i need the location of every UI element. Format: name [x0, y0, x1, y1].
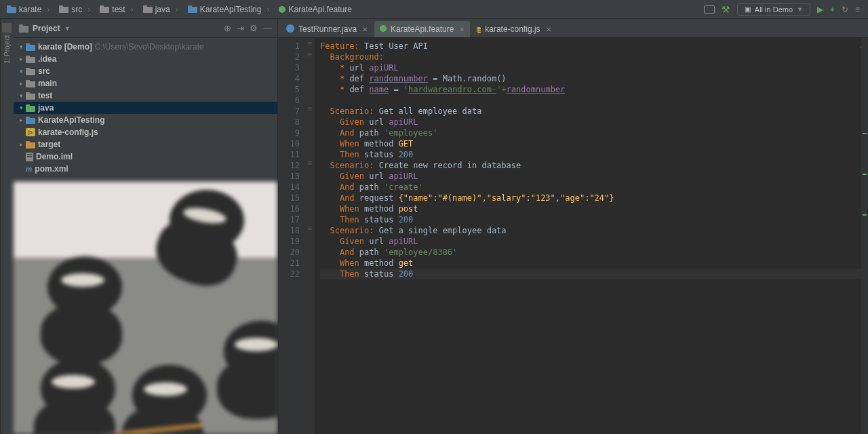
svg-rect-30 [27, 156, 32, 157]
feature-icon [380, 24, 387, 34]
tree-node[interactable]: ▸target [14, 138, 277, 151]
tree-node[interactable]: jskarate-config.js [14, 126, 277, 138]
settings-icon[interactable]: ⚙ [250, 23, 258, 33]
run-config-icon: ▣ [745, 5, 751, 13]
folder-blue-icon [188, 5, 197, 13]
folder-blue-icon [26, 117, 35, 124]
svg-rect-8 [188, 7, 197, 13]
build-window-icon[interactable] [704, 5, 715, 14]
tree-node[interactable]: ▾test [14, 90, 277, 102]
svg-rect-5 [100, 5, 104, 7]
folder-icon [26, 92, 35, 100]
js-icon: js [477, 24, 481, 35]
project-tool-label[interactable]: 1: Project [3, 35, 11, 64]
folder-blue-icon [7, 5, 16, 13]
folder-g-icon [26, 104, 35, 112]
svg-rect-17 [26, 68, 30, 70]
tree-node[interactable]: ▸.idea [14, 53, 277, 65]
svg-rect-2 [59, 7, 68, 13]
svg-rect-10 [19, 26, 28, 33]
svg-rect-1 [7, 5, 11, 7]
js-icon: js [26, 128, 35, 136]
breadcrumb-item[interactable]: KarateApi.feature [275, 3, 362, 16]
error-stripe[interactable] [861, 38, 868, 434]
breadcrumb-item[interactable]: KarateApiTesting [184, 3, 275, 16]
run-icon[interactable]: ▶ [817, 5, 823, 14]
tree-node[interactable]: ▸KarateApiTesting [14, 114, 277, 126]
tree-node[interactable]: ▾karate [Demo] C:\Users\Sevo\Desktop\kar… [14, 41, 277, 53]
folder-icon [143, 5, 153, 13]
tree-node[interactable]: ▾java [14, 102, 277, 114]
tree-arrow-icon[interactable]: ▾ [16, 43, 26, 50]
folder-icon [100, 5, 109, 13]
svg-rect-3 [59, 5, 63, 7]
editor-tab[interactable]: TestRunner.java✕ [281, 21, 373, 37]
svg-rect-19 [26, 80, 30, 82]
tree-arrow-icon[interactable]: ▸ [16, 117, 26, 123]
tree-node[interactable]: Demo.iml [14, 151, 277, 163]
tree-node[interactable]: ▾src [14, 65, 277, 77]
breadcrumb-item[interactable]: karate [3, 3, 55, 16]
close-tab-icon[interactable]: ✕ [459, 26, 465, 33]
svg-rect-29 [27, 154, 32, 155]
run-config-label: All in Demo [755, 5, 793, 14]
folder-o-icon [26, 141, 35, 149]
svg-rect-15 [26, 56, 30, 58]
svg-rect-14 [26, 57, 35, 63]
folder-icon [26, 80, 35, 87]
close-tab-icon[interactable]: ✕ [546, 26, 551, 33]
search-everywhere-icon[interactable]: ≡ [855, 5, 860, 14]
folder-blue-icon [26, 43, 35, 51]
folder-icon [59, 5, 68, 13]
project-panel: Project ▼ ⊕ ⇥ ⚙ — ▾karate [Demo] C:\User… [14, 19, 278, 434]
collapse-all-icon[interactable]: ⇥ [237, 23, 244, 33]
project-panel-title[interactable]: Project ▼ [19, 24, 218, 33]
close-tab-icon[interactable]: ✕ [362, 26, 368, 33]
svg-rect-7 [143, 5, 147, 7]
folder-icon [26, 56, 35, 63]
code-editor[interactable]: 12345678910111213141516171819202122 ⊟⊟⊟⊟… [278, 38, 868, 434]
project-tree[interactable]: ▾karate [Demo] C:\Users\Sevo\Desktop\kar… [14, 38, 277, 178]
line-number-gutter: 12345678910111213141516171819202122 [278, 38, 305, 434]
svg-rect-11 [19, 24, 23, 26]
breadcrumb-item[interactable]: java [139, 3, 184, 16]
file-icon [26, 153, 33, 161]
debug-icon[interactable]: ⌖ [830, 5, 835, 14]
run-with-coverage-icon[interactable]: ↻ [842, 5, 848, 14]
folder-icon [26, 68, 35, 75]
svg-rect-22 [26, 106, 35, 112]
editor-tab[interactable]: jskarate-config.js✕ [471, 21, 556, 37]
tree-arrow-icon[interactable]: ▾ [16, 104, 26, 111]
run-config-selector[interactable]: ▣ All in Demo ▼ [737, 3, 810, 16]
code-content[interactable]: Feature: Test User API Background: * url… [315, 38, 868, 434]
breadcrumb: karatesrctestjavaKarateApiTestingKarateA… [3, 3, 704, 16]
breadcrumb-item[interactable]: test [96, 3, 138, 16]
editor-tab[interactable]: KarateApi.feature✕ [374, 21, 470, 37]
breadcrumb-item[interactable]: src [55, 3, 96, 16]
svg-rect-16 [26, 69, 35, 75]
tree-arrow-icon[interactable]: ▾ [16, 68, 26, 75]
tree-node[interactable]: ▸main [14, 77, 277, 90]
scroll-from-source-icon[interactable]: ⊕ [224, 23, 231, 33]
svg-rect-18 [26, 81, 35, 87]
hide-icon[interactable]: — [263, 23, 272, 33]
maven-icon: m [26, 164, 32, 174]
svg-rect-23 [26, 104, 30, 106]
svg-rect-9 [188, 5, 192, 7]
tree-arrow-icon[interactable]: ▸ [16, 141, 26, 148]
tree-arrow-icon[interactable]: ▸ [16, 80, 26, 87]
tree-node[interactable]: mpom.xml [14, 163, 277, 175]
feature-icon [279, 6, 285, 13]
chevron-down-icon: ▼ [64, 25, 71, 32]
svg-rect-13 [26, 43, 30, 45]
structure-tool-icon[interactable] [3, 23, 12, 33]
tree-arrow-icon[interactable]: ▾ [16, 92, 26, 99]
build-icon[interactable]: ⚒ [722, 4, 730, 15]
navigation-bar: karatesrctestjavaKarateApiTestingKarateA… [0, 0, 868, 19]
toolbar-right: ⚒ ▣ All in Demo ▼ ▶ ⌖ ↻ ≡ [704, 3, 865, 16]
editor-area: TestRunner.java✕KarateApi.feature✕jskara… [278, 19, 868, 434]
tree-arrow-icon[interactable]: ▸ [16, 56, 26, 62]
tool-window-stripe-left[interactable]: 1: Project [0, 19, 14, 434]
svg-rect-26 [26, 142, 35, 149]
fold-gutter[interactable]: ⊟⊟⊟⊟⊟ [305, 38, 315, 434]
